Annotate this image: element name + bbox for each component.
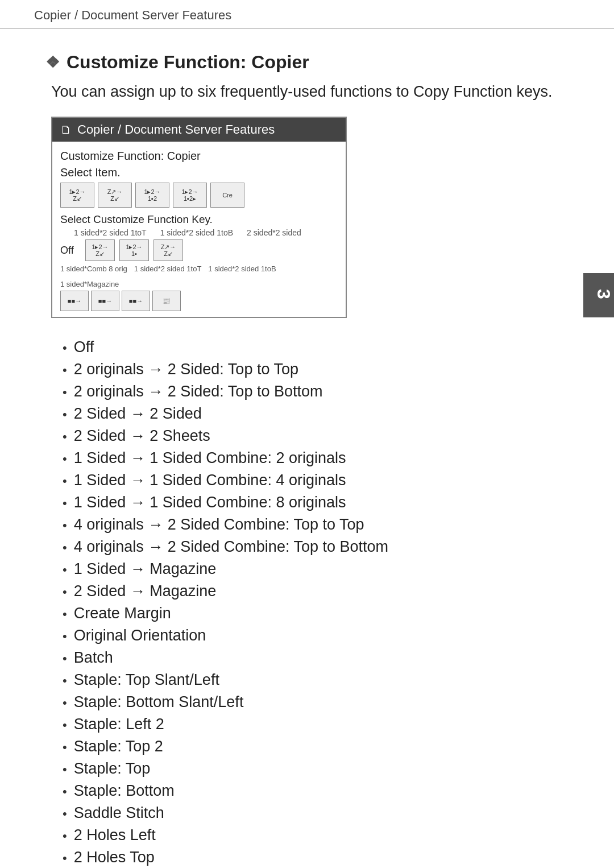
section-title: ❖ Customize Function: Copier [45, 52, 569, 73]
list-item: •2 Sided → 2 Sheets [63, 427, 569, 445]
key-col4: 2 sided*2 sided [247, 228, 301, 237]
bottom-icon-4[interactable]: 📰 [152, 291, 181, 311]
ui-key-row: Off 1▸2→Z↙ 1▸2→1▪ Z↗→Z↙ [60, 239, 338, 261]
icon-box-2[interactable]: Z↗→Z↙ [98, 183, 132, 208]
ui-row2: Select Item. [60, 166, 338, 179]
list-item-text: 2 Sided → 2 Sheets [74, 427, 210, 445]
ui-screenshot: 🗋 Copier / Document Server Features Cust… [51, 117, 347, 318]
list-item: •2 Holes Left [63, 826, 569, 844]
bullet-dot: • [63, 585, 67, 600]
list-item: •Off [63, 338, 569, 356]
bottom-label-1: 1 sided*Comb 8 orig [60, 264, 127, 273]
list-item: •Create Margin [63, 605, 569, 622]
section-heading: Customize Function: Copier [67, 52, 309, 73]
list-item-text: Staple: Top [74, 760, 151, 778]
bullet-dot: • [63, 474, 67, 489]
list-item: •Staple: Top 2 [63, 738, 569, 755]
bottom-label-3: 1 sided*2 sided 1toB [208, 264, 276, 273]
key-icon-3[interactable]: Z↗→Z↙ [154, 239, 183, 261]
list-item-text: Staple: Top Slant/Left [74, 671, 219, 689]
bullet-dot: • [63, 341, 67, 356]
bullet-dot: • [63, 740, 67, 755]
diamond-icon: ❖ [45, 53, 60, 72]
list-item: •Staple: Top Slant/Left [63, 671, 569, 689]
bullet-dot: • [63, 540, 67, 555]
list-item: •1 Sided → 1 Sided Combine: 2 originals [63, 449, 569, 467]
bottom-label-2: 1 sided*2 sided 1toT [134, 264, 202, 273]
bottom-icon-1[interactable]: ■■→ [60, 291, 89, 311]
ui-title: Copier / Document Server Features [77, 122, 275, 137]
list-item: •Saddle Stitch [63, 804, 569, 822]
list-item: •4 originals → 2 Sided Combine: Top to B… [63, 538, 569, 556]
bottom-label-4: 1 sided*Magazine [60, 280, 119, 288]
bullet-dot: • [63, 385, 67, 400]
list-item: •2 originals → 2 Sided: Top to Top [63, 361, 569, 378]
bullet-dot: • [63, 363, 67, 378]
list-item-text: 1 Sided → 1 Sided Combine: 8 originals [74, 494, 346, 511]
bottom-icon-2[interactable]: ■■→ [91, 291, 119, 311]
list-item: •Staple: Bottom [63, 782, 569, 800]
list-item-text: 2 originals → 2 Sided: Top to Bottom [74, 383, 323, 400]
bullet-dot: • [63, 452, 67, 466]
list-item: •2 originals → 2 Sided: Top to Bottom [63, 383, 569, 400]
list-item-text: 2 Sided → 2 Sided [74, 405, 202, 423]
bullet-dot: • [63, 518, 67, 533]
list-item: •Batch [63, 649, 569, 667]
ui-row3: Select Customize Function Key. [60, 213, 338, 226]
list-item-text: Staple: Top 2 [74, 738, 163, 755]
list-item: •2 Sided → 2 Sided [63, 405, 569, 423]
list-item-text: 2 Holes Top [74, 849, 155, 866]
bullet-dot: • [63, 629, 67, 644]
top-bar-label: Copier / Document Server Features [34, 8, 231, 22]
list-item: •Staple: Left 2 [63, 716, 569, 733]
icon-box-4[interactable]: 1▸2→1▪2▸ [173, 183, 207, 208]
list-item-text: 4 originals → 2 Sided Combine: Top to To… [74, 516, 364, 534]
list-item-text: 1 Sided → Magazine [74, 560, 217, 578]
list-item: •1 Sided → Magazine [63, 560, 569, 578]
bullet-dot: • [63, 762, 67, 777]
list-item-text: Staple: Bottom Slant/Left [74, 693, 244, 711]
list-item: •2 Sided → Magazine [63, 582, 569, 600]
icon-box-3[interactable]: 1▸2→1▪2 [135, 183, 169, 208]
ui-body: Customize Function: Copier Select Item. … [52, 142, 346, 317]
list-item-text: 1 Sided → 1 Sided Combine: 4 originals [74, 472, 346, 489]
key-icon-1[interactable]: 1▸2→Z↙ [85, 239, 115, 261]
ui-bottom-labels: 1 sided*Comb 8 orig 1 sided*2 sided 1toT… [60, 264, 338, 288]
icon-box-1[interactable]: 1▸2→Z↙ [60, 183, 94, 208]
bullet-dot: • [63, 718, 67, 733]
list-item-text: Create Margin [74, 605, 171, 622]
bottom-icon-3[interactable]: ■■→ [122, 291, 150, 311]
list-item: •Staple: Bottom Slant/Left [63, 693, 569, 711]
bullet-dot: • [63, 496, 67, 511]
list-item-text: 2 Sided → Magazine [74, 582, 217, 600]
list-item: •4 originals → 2 Sided Combine: Top to T… [63, 516, 569, 534]
bullet-dot: • [63, 607, 67, 622]
bullet-dot: • [63, 807, 67, 821]
ui-row1: Customize Function: Copier [60, 150, 338, 163]
bullet-dot: • [63, 407, 67, 422]
key-col3: 1 sided*2 sided 1toB [160, 228, 233, 237]
list-item-text: 1 Sided → 1 Sided Combine: 2 originals [74, 449, 346, 467]
top-bar: Copier / Document Server Features [0, 0, 614, 29]
list-item: •1 Sided → 1 Sided Combine: 4 originals [63, 472, 569, 489]
list-item-text: Saddle Stitch [74, 804, 164, 822]
main-content: ❖ Customize Function: Copier You can ass… [0, 29, 614, 868]
bullet-dot: • [63, 429, 67, 444]
bullet-dot: • [63, 563, 67, 577]
list-item: •Staple: Top [63, 760, 569, 778]
list-item: •Original Orientation [63, 627, 569, 644]
list-item-text: 4 originals → 2 Sided Combine: Top to Bo… [74, 538, 388, 556]
ui-icons-row-top: 1▸2→Z↙ Z↗→Z↙ 1▸2→1▪2 1▸2→1▪2▸ Cre [60, 183, 338, 208]
key-icon-2[interactable]: 1▸2→1▪ [119, 239, 149, 261]
list-item-text: 2 originals → 2 Sided: Top to Top [74, 361, 298, 378]
list-item-text: Batch [74, 649, 113, 667]
list-item-text: 2 Holes Left [74, 826, 156, 844]
bullet-dot: • [63, 651, 67, 666]
key-off: Off [60, 245, 81, 257]
list-item: •1 Sided → 1 Sided Combine: 8 originals [63, 494, 569, 511]
list-item-text: Original Orientation [74, 627, 206, 644]
list-item-text: Staple: Left 2 [74, 716, 164, 733]
chapter-tab: 3 [583, 273, 614, 317]
list-item-text: Off [74, 338, 94, 356]
icon-box-cre[interactable]: Cre [210, 183, 244, 208]
